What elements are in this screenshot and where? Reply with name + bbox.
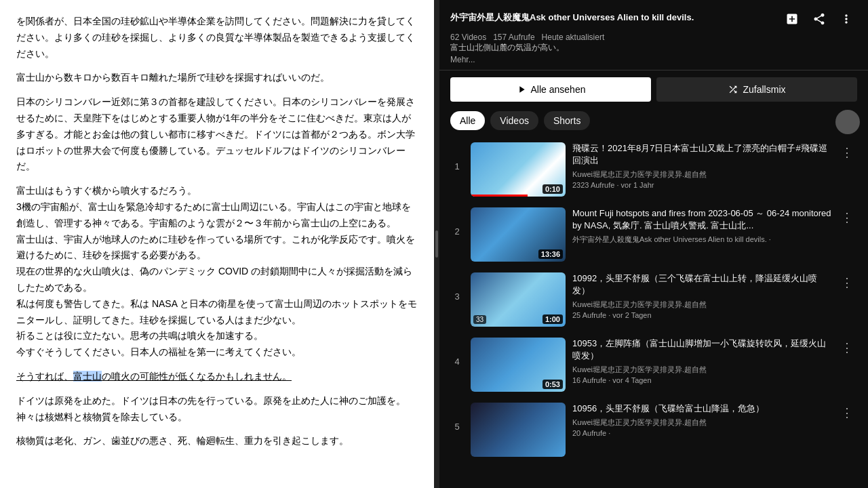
video-info: 10953，左脚阵痛（富士山山脚增加一小飞碟旋转吹风，延缓火山喷发） Kuwei… [572, 338, 834, 384]
video-menu-button[interactable]: ⋮ [841, 142, 857, 160]
thumbnail: 0:10 [471, 142, 566, 197]
paragraph-4: 富士山はもうすぐ横から噴火するだろう。 3機の宇宙船が、富士山を緊急冷却するため… [16, 183, 418, 361]
duration-badge: 1:00 [542, 314, 563, 324]
video-number: 3 [450, 272, 464, 302]
video-info: 10992，头里不舒服（三个飞碟在富士山上转，降温延缓火山喷发） Kuwei堀尾… [572, 272, 834, 319]
video-stats: 25 Aufrufe · vor 2 Tagen [572, 311, 834, 319]
add-to-playlist-icon[interactable] [781, 8, 803, 30]
video-channel: 外宇宙外星人殺魔鬼Ask other Universes Alien to ki… [572, 235, 834, 245]
sort-button[interactable] [835, 110, 860, 134]
list-item[interactable]: 2 13:36 Mount Fuji hotspots and fires fr… [445, 202, 863, 267]
video-info: Mount Fuji hotspots and fires from 2023-… [572, 207, 834, 246]
tab-alle[interactable]: Alle [450, 111, 485, 130]
video-title: 飛碟云！2021年8月7日日本富士山又戴上了漂亮的白帽子#飛碟巡回演出 [572, 142, 834, 167]
buttons-row: Alle ansehen Zufallsmix [439, 70, 868, 108]
video-info: 飛碟云！2021年8月7日日本富士山又戴上了漂亮的白帽子#飛碟巡回演出 Kuwe… [572, 142, 834, 189]
channel-desc: 富士山北側山麓の気温が高い。 [450, 42, 857, 54]
duration-badge: 13:36 [538, 249, 563, 259]
video-channel: Kuwei堀尾忠正灵力医学灵排灵异.超自然 [572, 365, 834, 375]
channel-meta-row: 外宇宙外星人殺魔鬼Ask other Universes Alien to ki… [450, 8, 857, 30]
video-menu-button[interactable]: ⋮ [841, 403, 857, 420]
divider-handle [435, 230, 438, 258]
more-options-icon[interactable] [835, 8, 857, 30]
duration-badge: 0:53 [542, 380, 563, 389]
video-number: 1 [450, 142, 464, 171]
share-icon[interactable] [808, 8, 830, 30]
video-stats: 16 Aufrufe · vor 4 Tagen [572, 376, 834, 384]
progress-bar [471, 195, 528, 197]
tab-videos[interactable]: Videos [490, 111, 538, 130]
channel-meta: 62 Videos 157 Aufrufe Heute aktualisiert [450, 33, 857, 42]
channel-actions [781, 8, 857, 30]
video-title: 10953，左脚阵痛（富士山山脚增加一小飞碟旋转吹风，延缓火山喷发） [572, 338, 834, 362]
video-menu-button[interactable]: ⋮ [841, 338, 857, 355]
video-title: 10992，头里不舒服（三个飞碟在富士山上转，降温延缓火山喷发） [572, 272, 834, 297]
list-item[interactable]: 4 0:53 10953，左脚阵痛（富士山山脚增加一小飞碟旋转吹风，延缓火山喷发… [445, 332, 863, 397]
video-title: Mount Fuji hotspots and fires from 2023-… [572, 207, 834, 232]
mehr-link[interactable]: Mehr... [450, 55, 857, 64]
thumb-overlay: 33 [473, 315, 486, 324]
paragraph-7: 核物質は老化、ガン、歯並びの悪さ、死、輪廻転生、重力を引き起こします。 [16, 433, 418, 449]
list-item[interactable]: 5 10956，头里不舒服（飞碟给富士山降温，危急） Kuwei堀尾忠正灵力医学… [445, 397, 863, 462]
video-number: 2 [450, 207, 464, 237]
video-channel: Kuwei堀尾忠正灵力医学灵排灵异.超自然 [572, 418, 834, 428]
video-menu-button[interactable]: ⋮ [841, 207, 857, 225]
video-channel: Kuwei堀尾忠正灵力医学灵排灵异.超自然 [572, 169, 834, 180]
video-number: 5 [450, 403, 464, 432]
right-panel: 外宇宙外星人殺魔鬼Ask other Universes Alien to ki… [439, 0, 868, 488]
thumbnail: 33 1:00 [471, 272, 566, 327]
video-title: 10956，头里不舒服（飞碟给富士山降温，危急） [572, 403, 834, 415]
zufallsmix-button[interactable]: Zufallsmix [656, 77, 857, 102]
video-menu-button[interactable]: ⋮ [841, 272, 857, 290]
video-list: 1 0:10 飛碟云！2021年8月7日日本富士山又戴上了漂亮的白帽子#飛碟巡回… [439, 137, 868, 488]
tab-shorts[interactable]: Shorts [544, 111, 590, 130]
thumbnail [471, 403, 566, 457]
play-icon [516, 84, 527, 95]
paragraph-5: そうすれば、富士山の噴火の可能性が低くなるかもしれません。 [16, 369, 418, 385]
video-number: 4 [450, 338, 464, 367]
highlight-word: 富士山 [73, 371, 102, 382]
panel-divider [434, 0, 439, 488]
duration-badge: 0:10 [542, 184, 563, 194]
video-stats: 20 Aufrufe · [572, 429, 834, 437]
video-channel: Kuwei堀尾忠正灵力医学灵排灵异.超自然 [572, 300, 834, 310]
list-item[interactable]: 3 33 1:00 10992，头里不舒服（三个飞碟在富士山上转，降温延缓火山喷… [445, 267, 863, 332]
paragraph-6: ドイツは原発を止めた。ドイツは日本の先を行っている。原発を止めた人に神のご加護を… [16, 393, 418, 426]
paragraph-2: 富士山から数キロから数百キロ離れた場所で珪砂を採掘すればいいのだ。 [16, 70, 418, 86]
alle-ansehen-button[interactable]: Alle ansehen [450, 77, 651, 102]
left-panel: を関係者が、日本全国の珪砂鉱山や半導体企業を訪問してください。問題解決に力を貸し… [0, 0, 434, 488]
channel-title: 外宇宙外星人殺魔鬼Ask other Universes Alien to ki… [450, 12, 694, 24]
thumbnail: 0:53 [471, 338, 566, 392]
underline-text: そうすれば、富士山の噴火の可能性が低くなるかもしれません。 [16, 371, 292, 382]
shuffle-icon [728, 84, 738, 95]
thumbnail: 13:36 [471, 207, 566, 262]
filter-tabs: Alle Videos Shorts [439, 108, 868, 137]
paragraph-3: 日本のシリコンバレー近郊に第３の首都を建設してください。日本のシリコンバレーを発… [16, 94, 418, 175]
paragraph-1: を関係者が、日本全国の珪砂鉱山や半導体企業を訪問してください。問題解決に力を貸し… [16, 14, 418, 62]
channel-header: 外宇宙外星人殺魔鬼Ask other Universes Alien to ki… [439, 0, 868, 70]
list-item[interactable]: 1 0:10 飛碟云！2021年8月7日日本富士山又戴上了漂亮的白帽子#飛碟巡回… [445, 137, 863, 202]
video-stats: 2323 Aufrufe · vor 1 Jahr [572, 181, 834, 189]
video-info: 10956，头里不舒服（飞碟给富士山降温，危急） Kuwei堀尾忠正灵力医学灵排… [572, 403, 834, 437]
